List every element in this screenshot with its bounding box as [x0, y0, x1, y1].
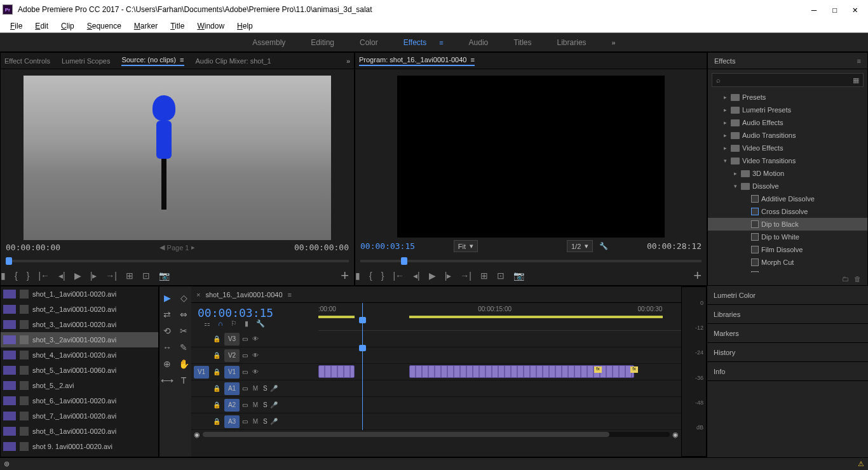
settings-icon[interactable]: 🔧: [256, 319, 265, 328]
menu-title[interactable]: Title: [164, 22, 191, 30]
source-page-nav[interactable]: ◀ Page 1 ▸: [159, 243, 196, 252]
settings-icon[interactable]: 🔧: [599, 242, 608, 250]
menu-sequence[interactable]: Sequence: [81, 22, 128, 30]
add-marker-icon[interactable]: ▮: [245, 319, 248, 328]
out-point-icon[interactable]: }: [27, 271, 30, 281]
track-header-v3[interactable]: 🔒V3▭👁: [191, 331, 318, 347]
panel-menu-icon[interactable]: ≡: [288, 291, 292, 299]
extract-icon[interactable]: ⊡: [497, 271, 505, 281]
track-v2[interactable]: [318, 347, 681, 364]
expand-arrow-icon[interactable]: ▸: [722, 119, 728, 126]
effects-search[interactable]: ⌕ ▦: [712, 73, 864, 87]
expand-arrow-icon[interactable]: ▾: [732, 183, 738, 189]
tab-program[interactable]: Program: shot_16._1avi0001-0040 ≡: [359, 56, 475, 66]
export-frame-icon[interactable]: 📷: [513, 271, 524, 281]
track-select-tool[interactable]: ◇: [179, 293, 189, 303]
project-clip-row[interactable]: shot_4._1avi0001-0020.avi: [1, 347, 158, 363]
sync-icon[interactable]: ⊚: [4, 460, 10, 468]
effects-folder[interactable]: ▸Audio Transitions: [708, 129, 867, 142]
track-a2[interactable]: [318, 397, 681, 413]
program-timecode-current[interactable]: 00:00:03:15: [360, 241, 415, 251]
track-content[interactable]: fx fx: [318, 331, 681, 430]
rail-lumetri-color[interactable]: Lumetri Color: [707, 286, 868, 305]
effects-folder[interactable]: ▸3D Motion: [708, 167, 867, 180]
expand-arrow-icon[interactable]: ▾: [722, 158, 728, 164]
project-clip-row[interactable]: shot_1._1avi0001-0020.avi: [1, 286, 158, 302]
source-monitor-view[interactable]: [24, 76, 331, 240]
text-tool[interactable]: T: [179, 375, 189, 386]
project-clip-row[interactable]: shot_3._1avi0001-0020.avi: [1, 317, 158, 332]
rail-info[interactable]: Info: [707, 362, 868, 381]
tab-audio-clip-mixer[interactable]: Audio Clip Mixer: shot_1: [196, 57, 271, 65]
menu-marker[interactable]: Marker: [128, 22, 164, 30]
project-clip-row[interactable]: shot_5._2.avi: [1, 378, 158, 393]
resolution-dropdown[interactable]: 1/2 ▾: [567, 240, 593, 252]
overwrite-icon[interactable]: ⊡: [142, 271, 150, 281]
effects-item[interactable]: Dip to White: [708, 231, 867, 243]
effects-item[interactable]: Cross Dissolve: [708, 205, 867, 218]
marker-icon[interactable]: ▮: [1, 271, 6, 281]
lift-icon[interactable]: ⊞: [480, 271, 488, 281]
hand-tool[interactable]: ⊕: [162, 359, 172, 369]
workspace-effects[interactable]: Effects: [403, 38, 426, 47]
workspace-assembly[interactable]: Assembly: [252, 38, 285, 47]
source-ruler[interactable]: [6, 255, 349, 266]
effects-folder[interactable]: ▸Audio Effects: [708, 116, 867, 129]
link-icon[interactable]: ∩: [218, 319, 223, 328]
button-editor-icon[interactable]: +: [341, 267, 354, 284]
warning-icon[interactable]: ⚠: [858, 460, 864, 468]
rail-libraries[interactable]: Libraries: [707, 305, 868, 324]
panel-menu-icon[interactable]: ≡: [857, 57, 861, 65]
step-fwd-icon[interactable]: |▸: [445, 271, 452, 281]
timeline-hscroll[interactable]: ◉◉: [191, 430, 681, 439]
effects-folder[interactable]: ▸Video Effects: [708, 142, 867, 154]
workspace-color[interactable]: Color: [360, 38, 378, 47]
timeline-clip[interactable]: [318, 365, 355, 378]
razor-tool[interactable]: ✂: [179, 326, 189, 336]
effects-item[interactable]: Dip to Black: [708, 218, 867, 231]
pen-tool[interactable]: ✎: [179, 342, 189, 352]
program-monitor-view[interactable]: [397, 76, 665, 238]
workspace-editing[interactable]: Editing: [311, 38, 334, 47]
workspace-audio[interactable]: Audio: [469, 38, 489, 47]
menu-clip[interactable]: Clip: [55, 22, 81, 30]
track-header-a1[interactable]: 🔒A1▭MS🎤: [191, 380, 318, 397]
expand-arrow-icon[interactable]: ▸: [722, 145, 728, 151]
track-header-a2[interactable]: 🔒A2▭MS🎤: [191, 397, 318, 413]
effects-item[interactable]: Morph Cut: [708, 256, 867, 269]
zoom-tool[interactable]: ✋: [179, 359, 189, 369]
step-back-icon[interactable]: ◂|: [58, 271, 65, 281]
rail-markers[interactable]: Markers: [707, 324, 868, 343]
delete-icon[interactable]: 🗑: [854, 275, 861, 283]
project-clip-row[interactable]: shot_2._1avi0001-0020.avi: [1, 302, 158, 317]
tab-lumetri-scopes[interactable]: Lumetri Scopes: [62, 57, 110, 65]
track-a1[interactable]: [318, 380, 681, 397]
minimize-button[interactable]: —: [811, 4, 817, 15]
expand-arrow-icon[interactable]: ▸: [722, 94, 728, 100]
project-clip-row[interactable]: shot_6._1avi0001-0020.avi: [1, 393, 158, 408]
in-point-icon[interactable]: {: [369, 271, 372, 281]
effects-item[interactable]: Film Dissolve: [708, 243, 867, 256]
project-clip-row[interactable]: shot 9. 1avi0001-0020.avi: [1, 439, 158, 454]
timeline-ruler[interactable]: :00:00 00:00:15:00 00:00:30: [318, 303, 681, 331]
menu-edit[interactable]: Edit: [29, 22, 55, 30]
effects-tree[interactable]: ▸Presets▸Lumetri Presets▸Audio Effects▸A…: [708, 91, 867, 272]
workspace-titles[interactable]: Titles: [513, 38, 531, 47]
timeline-timecode[interactable]: 00:00:03:15: [198, 306, 318, 319]
project-clip-row[interactable]: shot_5._1avi0001-0060.avi: [1, 363, 158, 378]
type-tool[interactable]: ⟷: [162, 375, 172, 386]
rail-history[interactable]: History: [707, 343, 868, 362]
maximize-button[interactable]: ☐: [832, 4, 837, 15]
expand-arrow-icon[interactable]: ▸: [732, 170, 738, 177]
project-clip-row[interactable]: shot_8._1avi0001-0020.avi: [1, 424, 158, 439]
insert-icon[interactable]: ⊞: [126, 271, 133, 281]
menu-help[interactable]: Help: [231, 22, 259, 30]
source-timecode-in[interactable]: 00:00:00:00: [6, 243, 60, 252]
new-bin-icon[interactable]: 🗀: [842, 275, 849, 283]
button-editor-icon[interactable]: +: [693, 267, 707, 284]
filter-icon[interactable]: ▦: [853, 76, 859, 84]
project-clip-list[interactable]: shot_1._1avi0001-0020.avishot_2._1avi000…: [1, 286, 158, 454]
go-in-icon[interactable]: |←: [38, 271, 50, 281]
close-button[interactable]: ✕: [853, 4, 858, 15]
menu-window[interactable]: Window: [191, 22, 231, 30]
